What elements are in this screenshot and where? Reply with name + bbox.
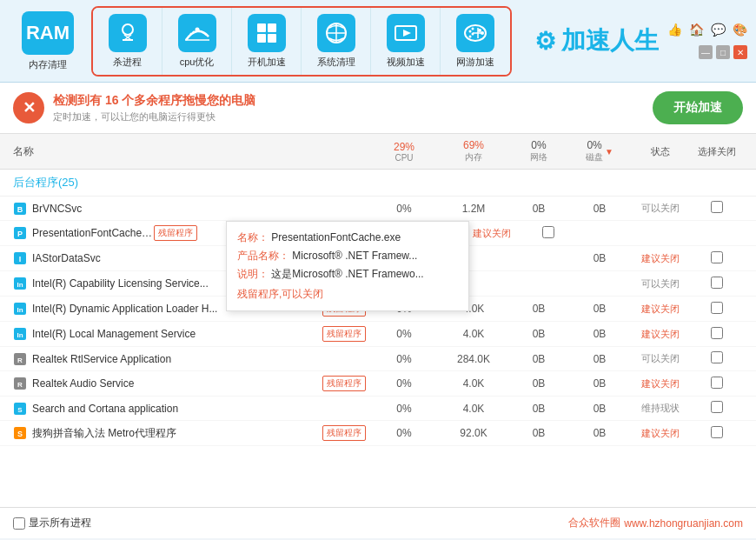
process-checkbox-cell[interactable]: [691, 351, 743, 366]
process-checkbox[interactable]: [711, 277, 723, 289]
col-net-header: 0% 网络: [508, 139, 569, 163]
maximize-button[interactable]: □: [716, 45, 730, 59]
tab-video-boost[interactable]: 视频加速: [371, 8, 441, 75]
process-mem: 92.0K: [439, 427, 508, 439]
process-net: 0B: [508, 403, 569, 415]
chat-icon[interactable]: 💬: [711, 23, 726, 37]
svg-text:P: P: [17, 230, 23, 238]
tab-boot-boost[interactable]: 开机加速: [232, 8, 302, 75]
tab-cpu-optimize[interactable]: cpu优化: [162, 8, 232, 75]
process-cpu: 0%: [369, 328, 439, 340]
process-net: 0B: [508, 377, 569, 390]
col-cpu-header: 29% CPU: [369, 141, 439, 163]
process-name: Realtek RtlService Application: [32, 353, 369, 365]
show-all-checkbox[interactable]: [13, 517, 25, 530]
tab-kill-process-label: 杀进程: [113, 56, 142, 69]
process-checkbox-cell[interactable]: [691, 327, 743, 342]
col-name-header: 名称: [13, 144, 369, 159]
process-disk: 0B: [569, 353, 630, 365]
ram-button[interactable]: RAM 内存清理: [9, 11, 87, 71]
svg-rect-9: [268, 34, 276, 43]
process-checkbox-cell[interactable]: [691, 277, 743, 291]
tab-kill-process[interactable]: 杀进程: [93, 8, 162, 75]
process-net: 0B: [508, 303, 569, 315]
process-name: 搜狗拼音输入法 Metro代理程序: [32, 426, 322, 441]
process-tag: 残留程序: [322, 376, 366, 391]
process-checkbox[interactable]: [711, 351, 723, 363]
process-checkbox[interactable]: [711, 201, 723, 213]
ram-text: RAM: [26, 22, 70, 44]
process-status: 可以关闭: [630, 277, 691, 290]
tab-game-label: 网游加速: [456, 56, 494, 69]
header-right: ⚙ 加速人生 👍 🏠 💬 🎨 — □ ✕: [534, 23, 747, 59]
svg-marker-14: [403, 30, 411, 37]
process-checkbox-cell[interactable]: [522, 226, 574, 241]
process-checkbox-cell[interactable]: [691, 251, 743, 266]
process-checkbox-cell[interactable]: [691, 377, 743, 391]
process-name: Realtek Audio Service: [32, 377, 322, 390]
svg-rect-7: [268, 23, 276, 32]
tab-game-boost[interactable]: 网游加速: [441, 8, 510, 75]
home-icon[interactable]: 🏠: [689, 23, 704, 37]
process-checkbox-cell[interactable]: [691, 426, 743, 441]
thumb-up-icon[interactable]: 👍: [667, 23, 682, 37]
process-name: Search and Cortana application: [32, 403, 369, 415]
group-header: 后台程序(25): [0, 170, 756, 197]
sort-arrow-icon[interactable]: ▼: [605, 147, 613, 157]
process-disk: 0B: [569, 328, 630, 340]
process-status: 可以关闭: [630, 202, 691, 215]
process-checkbox[interactable]: [711, 426, 723, 438]
tab-boot-label: 开机加速: [248, 56, 286, 69]
process-checkbox[interactable]: [711, 377, 723, 389]
process-checkbox[interactable]: [711, 401, 723, 413]
svg-text:In: In: [17, 331, 23, 339]
process-checkbox-cell[interactable]: [691, 201, 743, 216]
alert-main-text: 检测到有 16 个多余程序拖慢您的电脑: [53, 93, 255, 109]
svg-text:S: S: [17, 406, 23, 414]
process-name: PresentationFontCache.exe: [32, 227, 154, 239]
process-status: 建议关闭: [630, 328, 691, 341]
close-button[interactable]: ✕: [733, 45, 747, 59]
process-icon: R: [13, 377, 27, 390]
process-net: 0B: [508, 328, 569, 340]
show-all-processes-button[interactable]: 显示所有进程: [13, 516, 91, 530]
process-table[interactable]: 后台程序(25) B BrVNCSvc 0% 1.2M 0B 0B 可以关闭 P…: [0, 170, 756, 507]
tab-video-label: 视频加速: [387, 56, 425, 69]
process-checkbox-cell[interactable]: [691, 401, 743, 416]
brand-name: 合众软件圈: [568, 516, 620, 530]
alert-bar: ✕ 检测到有 16 个多余程序拖慢您的电脑 定时加速，可以让您的电脑运行得更快 …: [0, 83, 756, 134]
header: RAM 内存清理 杀进程: [0, 0, 756, 83]
svg-text:R: R: [17, 357, 23, 364]
process-cpu: 0%: [369, 377, 439, 390]
col-mem-header: 69% 内存: [439, 139, 508, 163]
process-checkbox-cell[interactable]: [691, 302, 743, 317]
minimize-button[interactable]: —: [699, 45, 713, 59]
process-disk: 0B: [569, 303, 630, 315]
process-status: 建议关闭: [461, 227, 522, 240]
alert-icon: ✕: [13, 92, 44, 123]
process-icon: In: [13, 327, 27, 341]
process-icon: R: [13, 352, 27, 366]
skin-icon[interactable]: 🎨: [733, 23, 747, 37]
process-tag: 残留程序: [322, 326, 366, 342]
process-checkbox[interactable]: [542, 226, 554, 238]
process-mem: 1.2M: [439, 203, 508, 215]
svg-point-0: [123, 24, 133, 35]
process-checkbox[interactable]: [711, 251, 723, 263]
tab-cpu-label: cpu优化: [180, 56, 215, 69]
svg-point-4: [195, 27, 199, 31]
gear-icon: ⚙: [534, 27, 556, 56]
process-mem: 4.0K: [439, 328, 508, 340]
table-row: B BrVNCSvc 0% 1.2M 0B 0B 可以关闭: [0, 197, 756, 221]
process-status: 维持现状: [630, 402, 691, 415]
process-checkbox[interactable]: [711, 302, 723, 314]
kill-process-icon: [109, 14, 147, 52]
tab-sysclean-label: 系统清理: [317, 56, 355, 69]
process-checkbox[interactable]: [711, 327, 723, 339]
tab-sys-clean[interactable]: 系统清理: [302, 8, 371, 75]
table-row: In Intel(R) Local Management Service 残留程…: [0, 322, 756, 347]
start-boost-button[interactable]: 开始加速: [653, 91, 743, 124]
table-row: S Search and Cortana application 0% 4.0K…: [0, 397, 756, 421]
bottom-bar: 显示所有进程 合众软件圈 www.hzhongruanjian.com: [0, 507, 756, 538]
svg-text:I: I: [19, 255, 22, 263]
